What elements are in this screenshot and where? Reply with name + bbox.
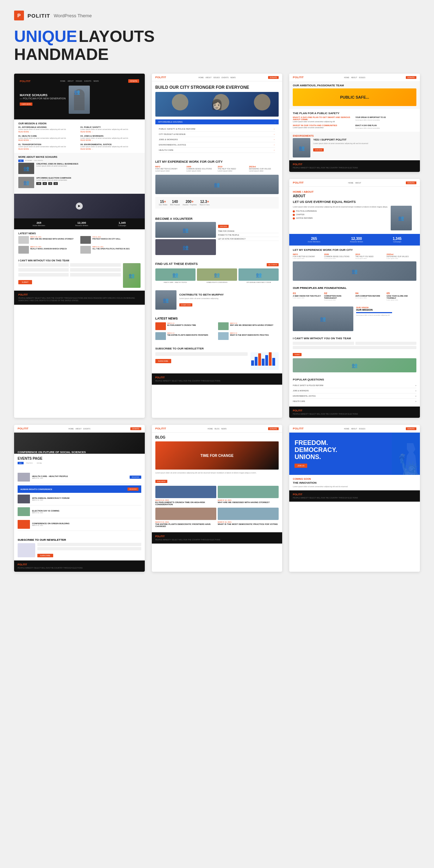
m-about-question-2[interactable]: JOBS & WORKERS + xyxy=(293,388,416,393)
m-blog-item-3-image xyxy=(155,508,216,520)
m1-tag-row: ALL ECONOMY CIVIL RIGHTS xyxy=(18,160,141,162)
m2-menu-item-5[interactable]: HEALTH CARE → xyxy=(159,148,275,153)
m2-donate-btn[interactable]: DONATE xyxy=(268,76,279,79)
m2-news-3: MARCH 10 THE ENTIRE PLANTS DEMOCRATIC FR… xyxy=(155,332,216,340)
m1-form-fields: SUBMIT xyxy=(18,263,121,288)
m1-input-6[interactable] xyxy=(70,273,120,277)
m1-hero-btn[interactable]: DONATE xyxy=(128,79,139,83)
m3-logo: POLITIT xyxy=(293,76,304,79)
m2-photo xyxy=(155,175,279,194)
m2-exp-col-1: INFO FOR A BETTER ECONOMY Lorem ipsum do… xyxy=(155,166,185,172)
bar-1 xyxy=(251,360,254,366)
m-events-filter-all[interactable]: ALL xyxy=(18,462,24,464)
m-events-nl-input[interactable] xyxy=(37,543,141,546)
m-events-nl-subscribe-btn[interactable]: SUBSCRIBE xyxy=(37,554,53,557)
m1-article-2: UPCOMING ELECTION CAMPAIGN Lorem ipsum d… xyxy=(18,177,141,188)
m-about-question-3[interactable]: ENVIRONMENTAL JUSTICE + xyxy=(293,393,416,399)
m3-donate-btn[interactable]: DONATE xyxy=(406,76,416,79)
m1-input-4[interactable] xyxy=(70,268,120,272)
m-about-input-1[interactable] xyxy=(293,342,354,345)
m-blog-donate-btn[interactable]: DONATE xyxy=(268,427,279,430)
m-freedom-donate-btn[interactable]: DONATE xyxy=(406,427,416,430)
m3-support-content: YES I SUPPORT POLITIT Lorem ipsum dolor … xyxy=(293,138,416,157)
m-freedom-footer: POLITIT PEOPLE AMNESTY SELECT WILL RUN T… xyxy=(289,490,420,502)
m3-plan-3: INVEST IN OUR YOUTH AND COMMUNITIES Lore… xyxy=(293,124,354,129)
screenshots-grid: POLITIT HOME ABOUT ISSUES EVENTS NEWS DO… xyxy=(14,74,420,418)
m1-learn-more-btn[interactable]: LEARN MORE xyxy=(20,103,32,106)
m-about-question-4[interactable]: HEALTH CARE + xyxy=(293,399,416,404)
m1-input-3[interactable] xyxy=(18,268,69,272)
m-freedom-nav: POLITIT HOME ABOUT ISSUES DONATE xyxy=(289,425,420,433)
m-events-nl-input-2[interactable] xyxy=(37,547,141,550)
m2-nl-title: SUBSCRIBE TO OUR NEWSLETTER xyxy=(155,347,279,350)
m-blog-read-more-btn[interactable]: READ MORE xyxy=(155,480,167,483)
m1-footer-text: PEOPLE AMNESTY SELECT WILL RUN THE COUNT… xyxy=(18,297,141,302)
m-events-item-1-btn[interactable]: REGISTER xyxy=(130,476,141,479)
m-mission-section: OUR VISION OUR MISSION Lorem ipsum dolor… xyxy=(289,304,420,334)
m2-events-header: FIND US AT THESE EVENTS ALL EVENTS xyxy=(155,262,279,267)
bar-chart xyxy=(250,352,279,366)
m-blog-logo: POLITIT xyxy=(155,427,166,430)
m2-events-title: FIND US AT THESE EVENTS xyxy=(155,262,198,266)
m-events-filter-2[interactable]: SOCIAL xyxy=(35,462,44,464)
m1-form-content: SUBMIT xyxy=(18,263,141,288)
m2-news-section: LATEST NEWS MARCH 10 EU PARLIAMENT'S CRU… xyxy=(152,313,283,343)
m-about-questions-section: POPULAR QUESTIONS PUBLIC SAFETY & POLICE… xyxy=(289,375,420,407)
m2-arrow-2: → xyxy=(273,133,275,135)
m-about-question-1[interactable]: PUBLIC SAFETY & POLICE REFORM + xyxy=(293,383,416,388)
bar-2 xyxy=(255,357,258,366)
m2-menu-item-1[interactable]: PUBLIC SAFETY & POLICE REFORM → xyxy=(159,126,275,132)
m1-footer: POLITIT PEOPLE AMNESTY SELECT WILL RUN T… xyxy=(14,291,145,305)
m2-vol-items: JOIN NOW TIME FOR CHANGE POWER TO THE PE… xyxy=(218,222,279,255)
m3-footer-text: PEOPLE AMNESTY SELECT WILL RUN THE COUNT… xyxy=(293,167,416,169)
m-events-item-2-btn[interactable]: REGISTER xyxy=(128,488,138,491)
m2-volunteer-section: BECOME A VOLUNTEER JOIN NOW TIME FOR CHA… xyxy=(152,213,283,259)
m-events-nl-image xyxy=(18,543,35,557)
m2-stats: 15+ Gov. Roles 140 Bills Passed 200+ Awa… xyxy=(155,197,279,209)
screenshots-grid-2: POLITIT HOME ABOUT EVENTS DONATE CONFERE… xyxy=(14,425,420,572)
m2-footer-logo: POLITIT xyxy=(155,376,279,379)
m2-menu-item-2[interactable]: CITY BUDGET & REVENUE → xyxy=(159,132,275,137)
m2-nl-chart xyxy=(250,352,279,370)
m-blog-item-1-image xyxy=(155,486,216,498)
m1-news-3: MARCH 10, 2021 REALLY MAKE JOHNSON MARCH… xyxy=(18,246,78,254)
title-unique: UNIQUE xyxy=(14,27,77,45)
m2-nav-links: HOME ABOUT ISSUES EVENTS NEWS xyxy=(198,76,236,79)
m-events-nl-content: SUBSCRIBE xyxy=(18,543,141,558)
m2-menu-item-4[interactable]: ENVIRONMENTAL JUSTICE → xyxy=(159,142,275,148)
m-about-input-3[interactable] xyxy=(293,346,416,349)
m1-submit-btn[interactable]: SUBMIT xyxy=(18,280,32,284)
m-about-dot-1 xyxy=(293,210,295,212)
m-about-footer-text: PEOPLE AMNESTY SELECT WILL RUN THE COUNT… xyxy=(293,413,416,415)
m3-orange-label: ENDORSEMENTS xyxy=(293,135,416,137)
m-about-donate-btn[interactable]: DONATE xyxy=(406,181,416,184)
m3-nav: POLITIT HOME ABOUT ISSUES DONATE xyxy=(289,74,420,81)
m-about-list-item-2: CHAPTER xyxy=(293,213,388,216)
m2-arrow-4: → xyxy=(273,144,275,146)
m2-nl-subscribe-btn[interactable]: SUBSCRIBE xyxy=(155,359,171,363)
m-mission-bar xyxy=(356,312,392,313)
m-about-submit-btn[interactable]: SUBMIT xyxy=(293,353,302,356)
m2-menu-item-3[interactable]: JOBS & WORKERS → xyxy=(159,137,275,142)
m2-donate-now-btn[interactable]: DONATE NOW xyxy=(179,303,192,306)
m2-nl-email-input[interactable] xyxy=(155,352,248,356)
m2-event-3-image xyxy=(238,268,279,281)
m1-input-5[interactable] xyxy=(18,273,69,277)
m3-plan-1: ENACT A DAY-ONE PLAN TO GET SMART AND SE… xyxy=(293,116,354,123)
m-blog-featured-post[interactable]: TIME FOR CHANGE xyxy=(155,441,279,470)
m1-play-icon[interactable]: ▶ xyxy=(76,203,83,210)
m2-join-btn: JOIN NOW xyxy=(218,222,279,228)
m-principle-2: 02 CORRUPTION RUNS THROUGHOUT Lorem ipsu… xyxy=(324,292,354,301)
m-about-input-2[interactable] xyxy=(355,342,416,345)
m1-mission-grid: 01. AFFORDABLE HOUSING Lorem ipsum dolor… xyxy=(18,126,141,150)
m-freedom-join-btn[interactable]: JOIN US xyxy=(294,464,307,468)
m2-all-events-btn[interactable]: ALL EVENTS xyxy=(267,263,279,266)
m1-input-1[interactable] xyxy=(18,263,69,267)
main-title: UNIQUE LAYOUTS HANDMADE xyxy=(14,27,420,63)
m-events-filter-1[interactable]: POLITICS xyxy=(24,462,34,464)
m-events-donate-btn[interactable]: DONATE xyxy=(130,427,141,430)
m3-support-btn[interactable]: JOIN NOW xyxy=(313,148,324,151)
theme-label: WordPress Theme xyxy=(54,13,92,18)
m-events-filter-buttons: ALL POLITICS SOCIAL xyxy=(18,462,141,464)
m1-input-2[interactable] xyxy=(70,263,120,267)
